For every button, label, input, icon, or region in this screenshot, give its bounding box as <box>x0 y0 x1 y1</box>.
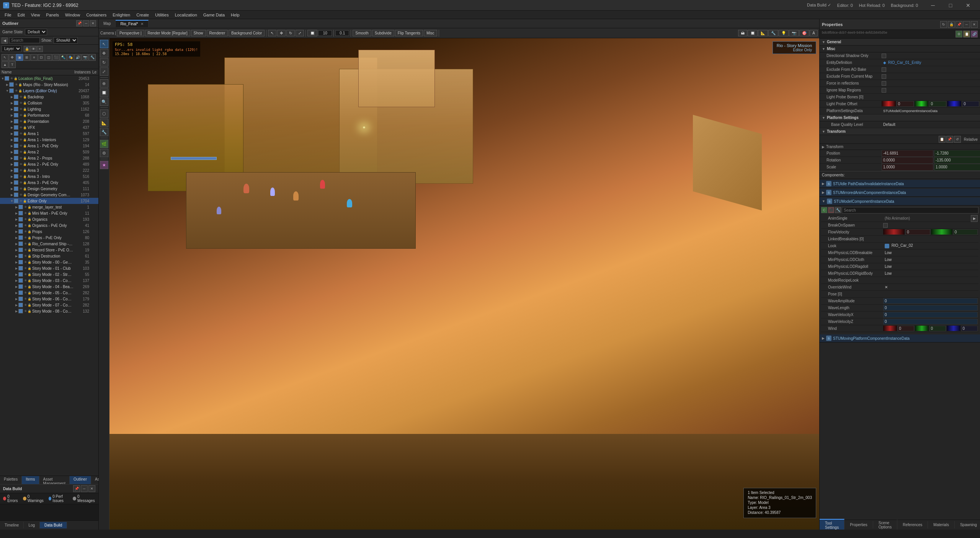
props-min-btn[interactable]: ─ <box>963 21 970 28</box>
tree-expand-8[interactable]: ▶ <box>10 126 14 129</box>
tree-checkbox-34[interactable] <box>18 284 23 289</box>
vp-icon-7[interactable]: 🎯 <box>799 30 809 36</box>
vis-lock-icon[interactable]: 🔒 <box>28 212 31 215</box>
tree-row-36[interactable]: ▶👁🔒Story Mode - 06 - Command Ship Ep...1… <box>0 296 98 302</box>
tree-row-7[interactable]: ▶👁🔒Presentation208 <box>0 118 98 124</box>
stu-icon-3[interactable]: 🔧 <box>835 207 841 213</box>
vis-eye-icon[interactable]: 👁 <box>24 242 27 246</box>
transform-section-header[interactable]: ▼ Transform <box>820 128 980 135</box>
tree-checkbox-8[interactable] <box>14 125 18 130</box>
tree-row-19[interactable]: ▶👁🔒Design Geometry Command Sh...1073 <box>0 192 98 198</box>
transform-paste-btn[interactable]: 📌 <box>946 136 953 143</box>
tree-expand-2[interactable]: ▼ <box>5 89 9 93</box>
pos-y-input[interactable] <box>934 150 980 157</box>
tab-palettes[interactable]: Palettes <box>0 476 22 484</box>
game-state-select[interactable]: Default <box>25 29 47 35</box>
vis-lock-icon[interactable]: 🔒 <box>18 83 22 86</box>
vis-lock-icon[interactable]: 🔒 <box>23 163 27 166</box>
tree-expand-29[interactable]: ▶ <box>15 254 18 258</box>
db-close-btn[interactable]: ✕ <box>88 485 95 492</box>
vis-lock-icon[interactable]: 🔒 <box>28 261 31 264</box>
vis-eye-icon[interactable]: 👁 <box>20 163 23 166</box>
tree-checkbox-21[interactable] <box>18 205 23 209</box>
vis-eye-icon[interactable]: 👁 <box>24 310 27 313</box>
tree-expand-27[interactable]: ▶ <box>15 242 18 246</box>
tree-checkbox-25[interactable] <box>18 229 23 234</box>
lp-offset-y-input[interactable] <box>929 101 946 107</box>
tree-row-37[interactable]: ▶👁🔒Story Mode - 07 - Command Ship Go...2… <box>0 302 98 308</box>
tree-checkbox-28[interactable] <box>18 248 23 252</box>
tree-expand-16[interactable]: ▶ <box>10 175 14 178</box>
vis-lock-icon[interactable]: 🔒 <box>23 114 27 117</box>
wind-x-input[interactable] <box>898 326 915 331</box>
tab-properties-bottom[interactable]: Properties <box>844 521 873 528</box>
tree-row-14[interactable]: ▶👁🔒Area 2 - PvE Only489 <box>0 161 98 167</box>
tree-checkbox-20[interactable] <box>14 199 18 203</box>
vp-tool-5[interactable]: ⊕ <box>100 79 108 88</box>
tree-checkbox-31[interactable] <box>18 266 23 271</box>
vp-tool-translate[interactable]: ✥ <box>100 49 108 57</box>
tree-expand-26[interactable]: ▶ <box>15 236 18 240</box>
tree-checkbox-27[interactable] <box>18 241 23 246</box>
vis-eye-icon[interactable]: 👁 <box>15 89 18 93</box>
vis-eye-icon[interactable]: 👁 <box>20 187 23 191</box>
vis-lock-icon[interactable]: 🔒 <box>28 254 31 258</box>
vp-icon-4[interactable]: 🔧 <box>768 30 778 36</box>
vis-lock-icon[interactable]: 🔒 <box>28 224 31 227</box>
bg-color-btn[interactable]: Background Color <box>229 30 265 36</box>
subdivide-btn[interactable]: Subdivide <box>372 30 394 36</box>
vis-eye-icon[interactable]: 👁 <box>24 291 27 295</box>
minimize-button[interactable]: ─ <box>924 0 942 11</box>
vis-lock-icon[interactable]: 🔒 <box>28 230 31 233</box>
vp-icon-1[interactable]: 🏔 <box>738 30 747 36</box>
tree-expand-1[interactable]: ▶ <box>5 83 9 86</box>
lp-offset-x-input[interactable] <box>897 101 914 107</box>
vis-eye-icon[interactable]: 👁 <box>10 77 13 80</box>
icon-select[interactable]: ↖ <box>2 54 8 61</box>
vis-lock-icon[interactable]: 🔒 <box>23 193 27 197</box>
tree-expand-20[interactable]: ▼ <box>10 199 14 203</box>
vis-eye-icon[interactable]: 👁 <box>20 101 23 105</box>
props-lock-btn[interactable]: 🔒 <box>948 21 955 28</box>
tree-checkbox-18[interactable] <box>14 186 18 191</box>
vis-lock-icon[interactable]: 🔒 <box>23 187 27 191</box>
menu-window[interactable]: Window <box>62 12 83 18</box>
db-min-btn[interactable]: ─ <box>81 485 88 492</box>
tree-row-17[interactable]: ▶👁🔒Area 3 - PvE Only405 <box>0 179 98 186</box>
vp-tool-12[interactable]: ⚙ <box>100 149 108 157</box>
tree-expand-18[interactable]: ▶ <box>10 187 14 191</box>
vis-eye-icon[interactable]: 👁 <box>20 157 23 160</box>
tree-checkbox-26[interactable] <box>18 235 23 240</box>
tree-row-4[interactable]: ▶👁🔒Collision305 <box>0 100 98 106</box>
vp-icon-2[interactable]: 🔲 <box>748 30 758 36</box>
anim-expand-btn[interactable]: ▶ <box>971 215 978 222</box>
tree-row-31[interactable]: ▶👁🔒Story Mode - 01 - Club103 <box>0 265 98 271</box>
tree-checkbox-24[interactable] <box>18 223 23 228</box>
vis-lock-icon[interactable]: 🔒 <box>28 218 31 221</box>
icon-10[interactable]: 🎭 <box>67 54 74 61</box>
lp-offset-z-input[interactable] <box>962 101 979 107</box>
tree-expand-15[interactable]: ▶ <box>10 169 14 172</box>
tree-row-13[interactable]: ▶👁🔒Area 2 - Props288 <box>0 155 98 161</box>
tree-expand-38[interactable]: ▶ <box>15 310 18 313</box>
tab-tool-settings[interactable]: Tool Settings <box>820 519 844 530</box>
db-pin-btn[interactable]: 📌 <box>73 485 80 492</box>
tree-row-20[interactable]: ▼👁🔒Editor Only1704 <box>0 198 98 204</box>
rot-y-input[interactable] <box>934 157 980 164</box>
tab-asset-management[interactable]: Asset Management <box>39 476 70 484</box>
vis-eye-icon[interactable]: 👁 <box>20 138 23 142</box>
tree-expand-25[interactable]: ▶ <box>15 230 18 233</box>
flip-tangents-btn[interactable]: Flip Tangents <box>395 30 423 36</box>
tree-row-21[interactable]: ▶👁🔒merge_layer_test1 <box>0 204 98 210</box>
tree-checkbox-14[interactable] <box>14 162 18 166</box>
tree-checkbox-17[interactable] <box>14 180 18 185</box>
icon-9[interactable]: 🔦 <box>60 54 67 61</box>
tree-checkbox-30[interactable] <box>18 260 23 264</box>
tree-checkbox-23[interactable] <box>18 217 23 222</box>
filter-back-btn[interactable]: ◀ <box>2 37 8 44</box>
tree-expand-13[interactable]: ▶ <box>10 157 14 160</box>
vp-tool-10[interactable]: 🔧 <box>100 128 108 136</box>
tree-row-35[interactable]: ▶👁🔒Story Mode - 05 - Command Ship Br...2… <box>0 290 98 296</box>
vis-lock-icon[interactable]: 🔒 <box>28 285 31 289</box>
tree-row-27[interactable]: ▶👁🔒Rio_Command Ship - PvE128 <box>0 241 98 247</box>
